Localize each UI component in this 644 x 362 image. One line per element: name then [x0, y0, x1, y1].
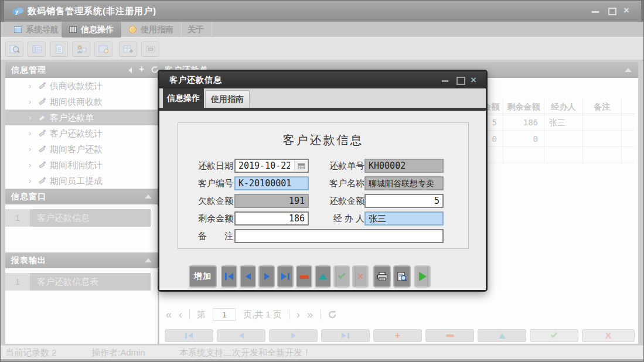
pagination-bar: « ‹ 第 页,共 1 页 › »	[166, 308, 337, 322]
tree-item-label: 期间利润统计	[50, 157, 103, 173]
run-button[interactable]	[414, 265, 431, 288]
repay-amount-field[interactable]	[364, 194, 444, 208]
remain-amount-field[interactable]	[234, 211, 309, 226]
dialog-title-bar[interactable]: 客户还款信息 ×	[159, 71, 486, 88]
edit-button[interactable]	[315, 265, 331, 288]
dialog-minimize-button[interactable]	[441, 76, 449, 84]
prev-page-button[interactable]: ‹	[179, 309, 182, 320]
tree-item-label: 客户还款统计	[50, 125, 103, 141]
nav-cancel-button[interactable]: X	[582, 329, 635, 342]
repay-date-field[interactable]	[234, 159, 309, 173]
tree-item-customer-repay-stat[interactable]: › 客户还款统计	[5, 125, 158, 141]
nav-prev-button[interactable]	[217, 329, 265, 342]
document-icon[interactable]	[50, 42, 68, 57]
triangle-up-icon	[499, 333, 506, 339]
tree-item-period-commission[interactable]: › 期间员工提成	[5, 173, 158, 189]
item-number: 1	[5, 273, 30, 291]
panel-header-info-window[interactable]: 信息窗口	[5, 189, 158, 204]
delete-button[interactable]	[296, 265, 312, 288]
tree-item-period-profit[interactable]: › 期间利润统计	[5, 157, 158, 173]
chevron-right-icon: ›	[29, 78, 31, 94]
first-icon	[188, 333, 193, 339]
remark-field[interactable]	[234, 229, 444, 243]
nav-next-button[interactable]	[269, 329, 318, 342]
dialog-maximize-button[interactable]	[456, 76, 464, 84]
prev-icon	[246, 273, 251, 280]
panel-header-report-output[interactable]: 报表输出	[5, 252, 158, 268]
calendar-icon[interactable]	[294, 160, 307, 171]
nav-delete-button[interactable]	[425, 329, 474, 342]
list-item-customer-repay-info[interactable]: 1 客户还款信息	[5, 209, 151, 227]
info-tree: › 供商收款统计 › 期间供商收款 › 客户还款单 › 客户还款统计 › 期间客…	[5, 78, 158, 189]
remark-input[interactable]	[236, 230, 442, 242]
tab-about[interactable]: 关于	[180, 22, 212, 37]
last-record-button[interactable]	[277, 265, 294, 288]
tree-item-customer-repay-bill[interactable]: › 客户还款单	[5, 110, 158, 125]
cancel-button[interactable]: ×	[352, 265, 369, 288]
panel-add-icon[interactable]: +	[139, 64, 144, 74]
col-operator[interactable]: 经办人	[544, 99, 583, 114]
nav-last-button[interactable]	[321, 329, 370, 342]
prev-icon	[239, 333, 244, 339]
repay-amount-input[interactable]	[366, 195, 442, 207]
customer-no-field[interactable]: K-20100001	[234, 176, 309, 190]
first-icon	[185, 333, 187, 339]
archive-icon[interactable]	[141, 42, 159, 57]
tree-item-period-supplier[interactable]: › 期间供商收款	[5, 94, 158, 110]
printer-icon	[377, 272, 388, 282]
close-button[interactable]: ×	[623, 6, 633, 15]
first-record-button[interactable]	[221, 265, 237, 288]
search-icon[interactable]	[5, 42, 23, 57]
refresh-icon[interactable]	[328, 310, 337, 319]
repay-date-input[interactable]	[236, 160, 293, 172]
panel-collapse-icon[interactable]	[625, 68, 632, 72]
restore-button[interactable]	[607, 6, 616, 15]
dialog-tab-user-guide[interactable]: 使用指南	[205, 90, 250, 108]
table-add-icon[interactable]	[119, 42, 137, 57]
page-number-input[interactable]	[213, 308, 236, 321]
first-page-button[interactable]: «	[166, 309, 172, 320]
prev-record-button[interactable]	[240, 265, 256, 288]
nav-first-button[interactable]	[165, 329, 213, 342]
nav-edit-button[interactable]	[478, 329, 526, 342]
tab-label: 系统导航	[26, 25, 59, 35]
print-button[interactable]	[373, 265, 391, 288]
dialog-close-button[interactable]: ×	[471, 76, 479, 84]
operator-field[interactable]: 张三	[364, 211, 444, 226]
col-remain-amount[interactable]: 剩余金额	[503, 99, 544, 114]
panel-title: 报表输出	[11, 255, 46, 266]
item-label: 客户还款信息表	[30, 273, 151, 291]
panel-collapse-icon[interactable]	[145, 194, 152, 199]
add-button[interactable]: 增加	[189, 265, 217, 288]
remain-amount-input[interactable]	[236, 213, 308, 224]
user-icon[interactable]	[72, 42, 90, 57]
chevron-right-icon: ›	[29, 110, 31, 125]
minus-icon	[446, 334, 454, 337]
tab-info-operation[interactable]: 信息操作	[62, 22, 121, 37]
nav-ok-button[interactable]	[530, 329, 578, 342]
image-preview-icon[interactable]	[94, 42, 113, 57]
tree-item-period-customer[interactable]: › 期间客户还款	[5, 141, 158, 157]
last-page-button[interactable]: »	[307, 309, 313, 320]
list-item-customer-repay-report[interactable]: 1 客户还款信息表	[5, 273, 151, 291]
tab-system-nav[interactable]: 系统导航	[6, 22, 67, 37]
next-record-button[interactable]	[258, 265, 275, 288]
tree-item-label: 期间供商收款	[50, 94, 103, 110]
next-page-button[interactable]: ›	[297, 309, 300, 320]
dialog-title: 客户还款信息	[169, 75, 222, 86]
list-icon[interactable]	[28, 42, 46, 57]
tab-user-guide[interactable]: 使用指南	[121, 22, 182, 37]
panel-collapse-left-icon[interactable]	[128, 67, 132, 73]
nav-add-button[interactable]: +	[373, 329, 422, 342]
panel-header-info-manage[interactable]: 信息管理 +	[5, 62, 158, 78]
minimize-button[interactable]	[591, 6, 600, 15]
confirm-button[interactable]	[333, 265, 350, 288]
dialog-tab-info-operation[interactable]: 信息操作	[163, 88, 204, 108]
tree-item-supplier-stat[interactable]: › 供商收款统计	[5, 78, 158, 94]
divider	[289, 310, 289, 319]
last-icon	[288, 273, 289, 280]
panel-collapse-icon[interactable]	[145, 258, 152, 262]
app-logo-icon: y	[11, 5, 25, 16]
col-remark[interactable]: 备注	[583, 99, 622, 114]
print-preview-button[interactable]	[393, 265, 411, 288]
